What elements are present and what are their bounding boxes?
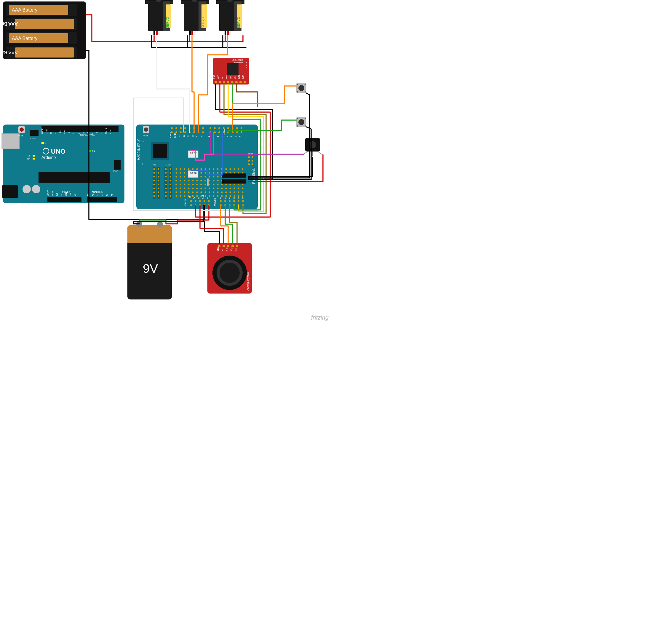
svg-point-342 [158,183,159,185]
svg-point-151 [223,127,225,129]
shield-reset-button[interactable] [143,126,149,133]
svg-text:IOREF: IOREF [47,190,49,196]
svg-point-298 [184,191,185,193]
svg-rect-193 [169,167,172,199]
pushbutton-2[interactable] [296,117,306,127]
analog-joystick[interactable]: GND 5V VRx VRy SW Analog Joystick [207,243,252,294]
svg-rect-28 [194,31,195,35]
ir-receiver [302,138,323,156]
svg-point-306 [217,191,219,193]
optocoupler-1: TLP 621 [188,150,198,158]
svg-point-221 [217,172,219,174]
svg-text:3: 3 [233,197,235,199]
svg-point-141 [175,127,177,129]
svg-point-238 [217,176,219,177]
svg-rect-20 [158,31,160,35]
svg-text:8: 8 [201,136,203,137]
svg-point-254 [213,180,214,181]
svg-point-275 [229,183,231,185]
svg-point-272 [217,183,219,185]
svg-text:AREF: AREF [169,132,171,138]
svg-point-309 [229,191,231,193]
svg-point-266 [192,183,193,185]
svg-point-338 [158,168,159,169]
svg-text:12: 12 [55,132,57,134]
svg-point-204 [217,168,219,169]
svg-line-74 [318,152,323,155]
svg-text:~11: ~11 [59,130,61,134]
battery-9v: 9V [127,221,172,300]
svg-point-67 [305,118,306,119]
svg-text:INT1: INT1 [242,75,244,79]
svg-rect-110 [39,172,110,183]
svg-point-341 [158,180,159,181]
svg-point-354 [169,168,171,169]
svg-point-310 [233,191,235,193]
arduino-uno-board: RESET ICSP2 DIGITAL (PWM=~) AREF GND 13 … [2,124,124,203]
svg-point-264 [184,183,185,185]
svg-point-291 [225,187,227,189]
svg-point-51 [219,81,221,83]
svg-rect-116 [87,197,117,202]
svg-point-112 [32,185,40,193]
svg-text:y: y [246,64,247,66]
svg-text:GND: GND [213,75,215,79]
svg-point-350 [165,183,167,185]
svg-text:VIN: VIN [74,193,76,196]
svg-text:AREF: AREF [41,128,43,134]
servo-2: SERVO [181,0,209,35]
reset-button[interactable] [18,126,25,133]
svg-point-133 [144,127,148,132]
svg-point-290 [221,187,223,189]
svg-point-54 [231,81,233,83]
servo-label: SERVO [166,17,169,28]
svg-point-278 [242,183,243,185]
svg-point-358 [169,183,171,185]
svg-point-337 [153,195,155,197]
svg-point-296 [175,191,177,193]
svg-text:A4: A4 [106,194,108,196]
svg-text:14: 14 [142,141,145,143]
svg-point-423 [236,245,238,247]
svg-point-149 [214,127,216,129]
pushbutton-1[interactable] [296,83,306,93]
svg-text:~10: ~10 [63,130,65,134]
svg-point-320 [204,195,206,197]
svg-point-268 [200,183,202,185]
svg-rect-5 [15,19,74,29]
svg-point-301 [196,191,198,193]
svg-text:2: 2 [230,136,232,137]
gyro-silk-bottom: Breakout [234,61,244,64]
svg-point-319 [200,195,202,197]
svg-text:~6: ~6 [83,132,85,134]
svg-text:5: 5 [217,136,219,137]
svg-text:5V: 5V [221,249,223,251]
svg-rect-18 [153,31,155,35]
svg-point-393 [224,200,226,202]
svg-point-53 [227,81,229,83]
svg-point-292 [229,187,231,189]
svg-point-422 [231,245,234,247]
svg-text:A5: A5 [111,194,113,196]
svg-point-282 [188,187,189,189]
svg-point-267 [196,183,198,185]
svg-point-166 [219,132,220,133]
svg-point-203 [213,168,214,169]
svg-rect-36 [229,31,231,35]
servo-1: SERVO [145,0,173,35]
svg-text:1: 1 [235,136,237,137]
svg-point-287 [209,187,210,189]
svg-text:SCL: SCL [221,75,223,79]
svg-text:13: 13 [179,135,181,137]
svg-point-147 [202,127,204,129]
battery-cell-label: AAA Battery [12,36,37,41]
svg-point-265 [188,183,189,185]
svg-point-418 [220,263,240,283]
svg-point-234 [200,176,202,177]
svg-point-60 [297,84,298,85]
svg-point-352 [165,191,167,193]
svg-point-334 [153,183,155,185]
svg-point-206 [225,168,227,169]
svg-point-55 [235,81,237,83]
svg-rect-102 [41,142,44,144]
